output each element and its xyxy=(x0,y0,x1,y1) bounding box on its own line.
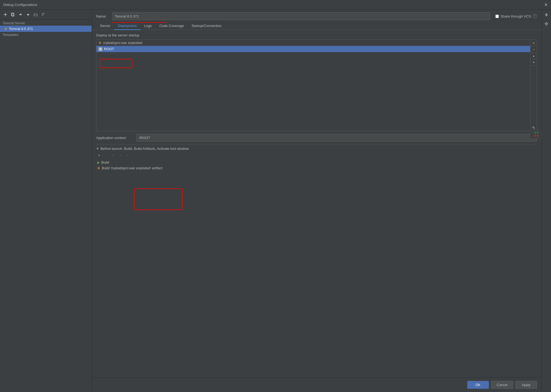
sidebar-toolbar xyxy=(0,10,92,20)
scroll-down-button[interactable]: ▼ xyxy=(530,59,537,66)
vcs-checkbox[interactable] xyxy=(495,15,499,18)
title-bar: Debug Configurations ✕ xyxy=(0,0,551,10)
list-actions: + − ▲ ▼ ✎ xyxy=(530,40,537,131)
add-deployment-button[interactable]: + xyxy=(530,40,537,46)
bl-add-button[interactable]: + xyxy=(96,152,102,158)
copy-config-button[interactable] xyxy=(10,11,16,18)
name-label: Name: xyxy=(96,14,110,18)
build-icon: ▶ xyxy=(97,161,100,164)
svg-rect-14 xyxy=(547,23,548,24)
bl-up-button[interactable]: ▲ xyxy=(117,152,123,158)
add-config-button[interactable] xyxy=(2,11,9,18)
network-down: ↓ 0 K xyxy=(532,134,539,137)
network-widget: ↑ 0 K ↓ 0 K xyxy=(530,130,541,139)
ok-button[interactable]: OK xyxy=(467,381,489,389)
tabs: Server Deployment Logs Code Coverage Sta… xyxy=(92,22,541,30)
tomcat-icon: ⚙ xyxy=(4,27,7,31)
svg-marker-5 xyxy=(27,14,29,16)
app-context-label: Application context: xyxy=(96,136,134,140)
apply-button[interactable]: Apply xyxy=(515,381,537,389)
svg-rect-11 xyxy=(546,22,547,23)
gear-icon[interactable] xyxy=(543,20,550,28)
bottom-buttons: OK Cancel Apply xyxy=(92,377,541,392)
vcs-label: Share through VCS xyxy=(500,14,531,18)
tab-code-coverage[interactable]: Code Coverage xyxy=(156,22,188,30)
title-bar-text: Debug Configurations xyxy=(3,3,37,7)
help-icon[interactable]: ? xyxy=(533,14,537,18)
bl-down-button[interactable]: ▼ xyxy=(124,152,130,158)
sidebar: Tomcat Server ⚙ Tomcat 8.5.371 Templates xyxy=(0,10,92,392)
before-launch-title: Before launch: Build, Build Artifacts, A… xyxy=(100,147,189,151)
svg-point-10 xyxy=(546,23,547,25)
war-icon: ⚙ xyxy=(99,41,102,45)
cancel-button[interactable]: Cancel xyxy=(491,381,513,389)
deployment-list: ⚙ mybatispro:war exploded R ROOT xyxy=(96,40,530,131)
root-icon: R xyxy=(99,47,102,51)
tab-startup-connection[interactable]: Startup/Connection xyxy=(188,22,225,30)
app-context-input[interactable] xyxy=(137,134,537,141)
bl-item-build[interactable]: ▶ Build xyxy=(96,160,537,165)
deployment-list-container: ⚙ mybatispro:war exploded R ROOT + − xyxy=(96,39,537,131)
tab-logs[interactable]: Logs xyxy=(140,22,156,30)
svg-marker-4 xyxy=(19,13,22,15)
sidebar-item-label: Tomcat 8.5.371 xyxy=(9,27,33,31)
deployment-item-root[interactable]: R ROOT xyxy=(96,46,530,52)
before-launch-section: ▼ Before launch: Build, Build Artifacts,… xyxy=(96,144,537,171)
bl-item-label-0: Build xyxy=(101,160,109,164)
before-launch-header: ▼ Before launch: Build, Build Artifacts,… xyxy=(96,147,537,151)
close-icon[interactable]: ✕ xyxy=(544,2,548,7)
sidebar-section-label: Tomcat Server xyxy=(0,20,92,26)
deploy-label: Deploy at the server startup xyxy=(96,33,537,37)
folder-button[interactable] xyxy=(32,11,39,18)
name-input[interactable] xyxy=(112,12,490,20)
scroll-up-button[interactable]: ▲ xyxy=(530,53,537,59)
svg-rect-12 xyxy=(546,25,547,26)
remove-deployment-button[interactable]: − xyxy=(530,46,537,53)
tab-server[interactable]: Server xyxy=(96,22,114,30)
settings-icon[interactable] xyxy=(543,11,550,19)
bl-edit-button[interactable]: ✎ xyxy=(110,152,116,158)
bl-item-artifact[interactable]: ⚙ Build 'mybatispro:war exploded' artifa… xyxy=(96,165,537,171)
bl-remove-button[interactable]: − xyxy=(103,152,109,158)
bl-item-label-1: Build 'mybatispro:war exploded' artifact xyxy=(102,166,163,170)
deployment-item-label-0: mybatispro:war exploded xyxy=(103,41,142,45)
content-area: Name: Share through VCS ? Server Deploym… xyxy=(92,10,541,392)
network-up: ↑ 0 K xyxy=(532,131,539,134)
deployment-item-label-1: ROOT xyxy=(104,47,114,51)
move-up-button[interactable] xyxy=(17,11,24,18)
sort-button[interactable] xyxy=(40,11,46,18)
app-context-row: Application context: ▼ xyxy=(96,131,537,144)
deployment-item-war[interactable]: ⚙ mybatispro:war exploded xyxy=(96,40,530,46)
collapse-arrow-icon[interactable]: ▼ xyxy=(96,147,99,150)
right-panel xyxy=(541,10,551,392)
move-down-button[interactable] xyxy=(25,11,31,18)
before-launch-toolbar: + − ✎ ▲ ▼ xyxy=(96,152,537,158)
before-launch-items: ▶ Build ⚙ Build 'mybatispro:war exploded… xyxy=(96,160,537,171)
templates-label: Templates xyxy=(0,32,92,38)
tab-deployment[interactable]: Deployment xyxy=(114,22,140,30)
svg-rect-1 xyxy=(4,14,7,15)
artifact-icon: ⚙ xyxy=(97,166,100,170)
sidebar-item-tomcat[interactable]: ⚙ Tomcat 8.5.371 xyxy=(0,26,92,32)
name-row: Name: Share through VCS ? xyxy=(92,10,541,22)
svg-rect-13 xyxy=(545,23,545,24)
app-context-input-wrapper: ▼ xyxy=(137,134,537,141)
tab-content: Deploy at the server startup ⚙ mybatispr… xyxy=(92,30,541,392)
